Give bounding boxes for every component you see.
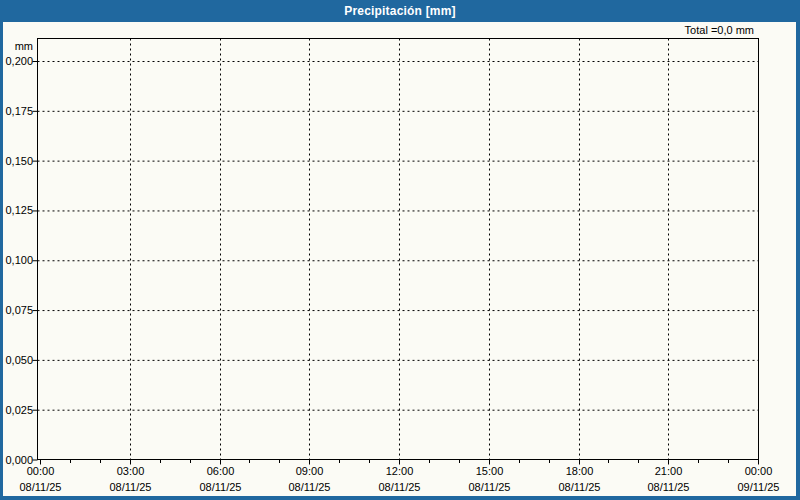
svg-text:0,025: 0,025 bbox=[5, 404, 33, 416]
svg-text:0,100: 0,100 bbox=[5, 254, 33, 266]
svg-text:09/11/25: 09/11/25 bbox=[737, 481, 779, 493]
svg-text:12:00: 12:00 bbox=[386, 465, 414, 477]
svg-text:21:00: 21:00 bbox=[655, 465, 683, 477]
svg-text:0,175: 0,175 bbox=[5, 105, 33, 117]
svg-text:0,200: 0,200 bbox=[5, 55, 33, 67]
svg-text:09:00: 09:00 bbox=[296, 465, 324, 477]
svg-text:08/11/25: 08/11/25 bbox=[288, 481, 330, 493]
svg-text:mm: mm bbox=[15, 40, 33, 52]
precipitation-chart: 0,2000,1750,1500,1250,1000,0750,0500,025… bbox=[0, 22, 800, 500]
svg-text:00:00: 00:00 bbox=[27, 465, 55, 477]
svg-text:08/11/25: 08/11/25 bbox=[109, 481, 151, 493]
chart-window: Precipitación [mm] Total =0,0 mm 0,2000,… bbox=[0, 0, 800, 500]
svg-text:03:00: 03:00 bbox=[117, 465, 145, 477]
svg-text:06:00: 06:00 bbox=[207, 465, 235, 477]
svg-text:0,125: 0,125 bbox=[5, 204, 33, 216]
svg-text:08/11/25: 08/11/25 bbox=[378, 481, 420, 493]
svg-text:18:00: 18:00 bbox=[566, 465, 594, 477]
svg-text:08/11/25: 08/11/25 bbox=[647, 481, 689, 493]
svg-text:0,075: 0,075 bbox=[5, 304, 33, 316]
svg-text:08/11/25: 08/11/25 bbox=[199, 481, 241, 493]
chart-title: Precipitación [mm] bbox=[344, 4, 456, 18]
svg-text:08/11/25: 08/11/25 bbox=[558, 481, 600, 493]
svg-text:0,150: 0,150 bbox=[5, 155, 33, 167]
svg-text:0,050: 0,050 bbox=[5, 354, 33, 366]
svg-text:0,000: 0,000 bbox=[5, 454, 33, 466]
chart-title-bar: Precipitación [mm] bbox=[0, 0, 800, 22]
svg-text:08/11/25: 08/11/25 bbox=[468, 481, 510, 493]
svg-text:08/11/25: 08/11/25 bbox=[19, 481, 61, 493]
svg-text:00:00: 00:00 bbox=[745, 465, 773, 477]
svg-text:15:00: 15:00 bbox=[476, 465, 504, 477]
